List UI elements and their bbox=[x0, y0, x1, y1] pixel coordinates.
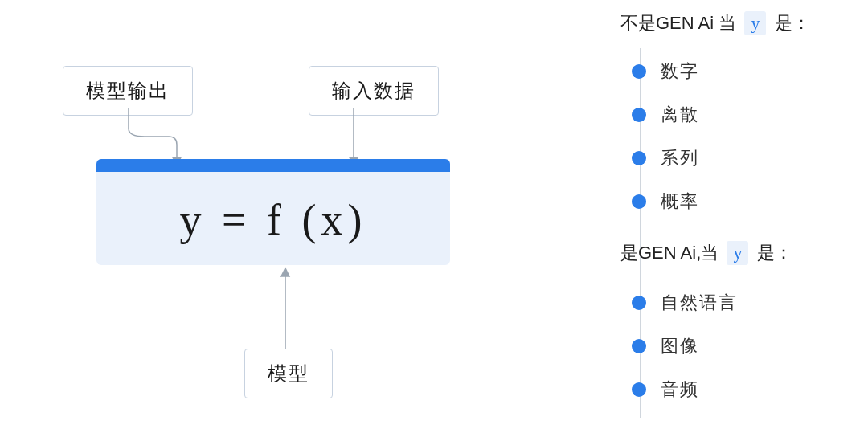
formula-card-header bbox=[96, 159, 450, 172]
is-gen-suffix: 是： bbox=[757, 243, 792, 263]
diagram-area: 模型输出 输入数据 模型 y = f (x) bbox=[0, 0, 595, 433]
bullet-dot-icon bbox=[632, 151, 646, 165]
is-gen-prefix: 是GEN Ai,当 bbox=[620, 243, 719, 263]
lists-area: 不是GEN Ai 当 y 是： 数字 离散 系列 概率 是GEN Ai,当 y … bbox=[611, 0, 868, 433]
list-item: 系列 bbox=[632, 146, 699, 170]
bullet-label: 数字 bbox=[661, 59, 699, 84]
bullet-label: 系列 bbox=[661, 146, 699, 170]
bullet-dot-icon bbox=[632, 339, 646, 353]
list-item: 音频 bbox=[632, 378, 699, 402]
bullet-label: 离散 bbox=[661, 103, 699, 127]
bullet-label: 概率 bbox=[661, 190, 699, 214]
list-item: 概率 bbox=[632, 190, 699, 214]
bullet-label: 音频 bbox=[661, 378, 699, 402]
not-gen-prefix: 不是GEN Ai 当 bbox=[620, 13, 736, 33]
bullet-dot-icon bbox=[632, 382, 646, 397]
svg-marker-2 bbox=[281, 268, 289, 276]
bullet-label: 图像 bbox=[661, 334, 699, 358]
formula-card: y = f (x) bbox=[96, 159, 450, 265]
not-gen-title: 不是GEN Ai 当 y 是： bbox=[620, 11, 810, 35]
list-item: 离散 bbox=[632, 103, 699, 127]
not-gen-suffix: 是： bbox=[775, 13, 810, 33]
bullet-dot-icon bbox=[632, 108, 646, 122]
bullet-label: 自然语言 bbox=[661, 291, 738, 315]
arrow-model-to-f bbox=[265, 265, 305, 353]
formula-text: y = f (x) bbox=[96, 175, 450, 265]
y-chip: y bbox=[727, 241, 748, 265]
label-model: 模型 bbox=[244, 349, 333, 398]
list-item: 自然语言 bbox=[632, 291, 738, 315]
bullet-dot-icon bbox=[632, 194, 646, 209]
y-chip: y bbox=[744, 11, 766, 35]
is-gen-title: 是GEN Ai,当 y 是： bbox=[620, 241, 792, 265]
bullet-dot-icon bbox=[632, 64, 646, 79]
bullet-dot-icon bbox=[632, 296, 646, 310]
list-item: 数字 bbox=[632, 59, 699, 84]
list-item: 图像 bbox=[632, 334, 699, 358]
